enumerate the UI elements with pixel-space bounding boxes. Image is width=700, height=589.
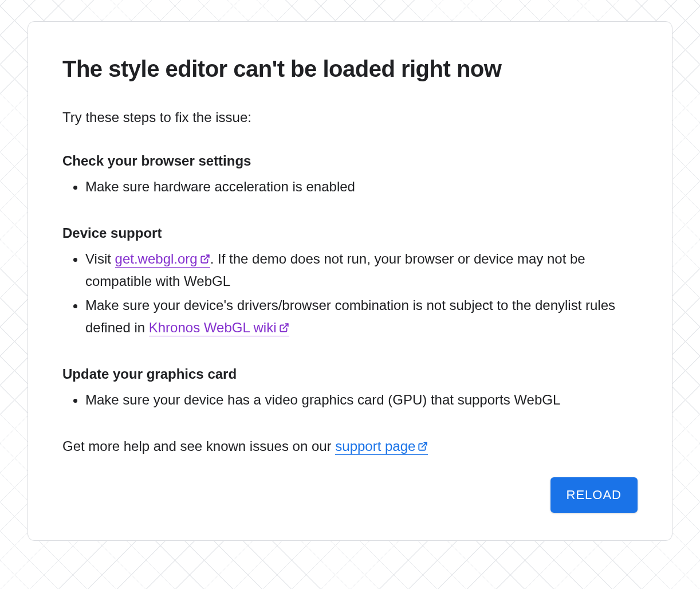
footer-prefix: Get more help and see known issues on ou…: [62, 438, 335, 454]
support-link[interactable]: support page: [335, 438, 428, 455]
webgl-link[interactable]: get.webgl.org: [115, 251, 210, 268]
svg-line-0: [204, 256, 209, 260]
khronos-link[interactable]: Khronos WebGL wiki: [149, 320, 289, 336]
list-item: Make sure hardware acceleration is enabl…: [85, 176, 638, 198]
error-card: The style editor can't be loaded right n…: [27, 21, 673, 541]
button-row: RELOAD: [62, 477, 638, 513]
list-item: Make sure your device has a video graphi…: [85, 389, 638, 411]
external-link-icon: [200, 249, 210, 270]
section-graphics-card: Update your graphics card Make sure your…: [62, 366, 638, 411]
list-item: Visit get.webgl.org. If the demo does no…: [85, 248, 638, 292]
section-device-support: Device support Visit get.webgl.org. If t…: [62, 225, 638, 339]
footer-text: Get more help and see known issues on ou…: [62, 438, 638, 454]
text-prefix: Visit: [85, 251, 115, 266]
section-heading-browser: Check your browser settings: [62, 153, 638, 169]
intro-text: Try these steps to fix the issue:: [62, 109, 638, 125]
section-browser-settings: Check your browser settings Make sure ha…: [62, 153, 638, 198]
page-title: The style editor can't be loaded right n…: [62, 56, 638, 82]
svg-line-2: [422, 443, 427, 447]
browser-list: Make sure hardware acceleration is enabl…: [62, 176, 638, 198]
list-item: Make sure your device's drivers/browser …: [85, 294, 638, 339]
graphics-list: Make sure your device has a video graphi…: [62, 389, 638, 411]
external-link-icon: [418, 439, 428, 455]
reload-button[interactable]: RELOAD: [550, 477, 638, 513]
external-link-icon: [279, 317, 289, 339]
section-heading-device: Device support: [62, 225, 638, 241]
section-heading-graphics: Update your graphics card: [62, 366, 638, 382]
device-list: Visit get.webgl.org. If the demo does no…: [62, 248, 638, 339]
svg-line-1: [283, 324, 288, 328]
